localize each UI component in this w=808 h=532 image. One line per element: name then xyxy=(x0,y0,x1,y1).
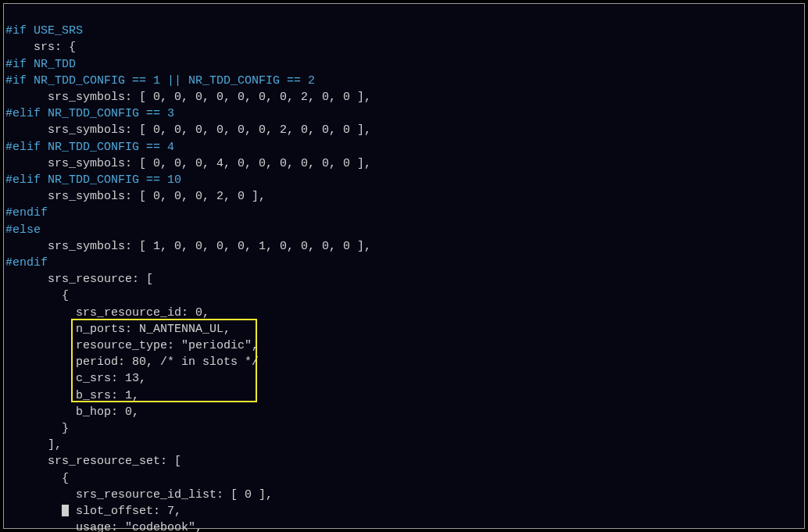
code-text: NR_TDD_CONFIG == 4 xyxy=(41,141,174,154)
code-text: srs_symbols: [ 0, 0, 0, 2, 0 ], xyxy=(5,190,266,203)
code-text: n_ports: N_ANTENNA_UL, xyxy=(5,323,231,336)
preprocessor-if: #if xyxy=(5,58,27,71)
code-text: { xyxy=(5,472,69,485)
preprocessor-elif: #elif xyxy=(5,107,41,120)
preprocessor-endif: #endif xyxy=(5,256,48,270)
code-text: USE_SRS xyxy=(27,24,83,37)
code-text xyxy=(5,505,62,518)
code-text: b_hop: 0, xyxy=(5,405,139,419)
code-text: ], xyxy=(5,438,62,452)
code-text: period: 80, /* in slots */ xyxy=(5,355,259,369)
code-text: srs_resource_set: [ xyxy=(5,455,181,468)
preprocessor-elif: #elif xyxy=(5,141,41,154)
code-text: srs_resource_id_list: [ 0 ], xyxy=(5,488,273,502)
code-text: srs_symbols: [ 0, 0, 0, 0, 0, 0, 2, 0, 0… xyxy=(5,123,371,137)
code-text: srs_resource: [ xyxy=(5,273,153,286)
code-text: c_srs: 13, xyxy=(5,372,146,385)
code-text: NR_TDD_CONFIG == 1 || NR_TDD_CONFIG == 2 xyxy=(27,74,315,87)
preprocessor-endif: #endif xyxy=(5,206,48,220)
code-text: srs_resource_id: 0, xyxy=(5,306,209,320)
code-text: resource_type: "periodic", xyxy=(5,339,259,352)
code-text: srs_symbols: [ 1, 0, 0, 0, 0, 1, 0, 0, 0… xyxy=(5,240,371,253)
code-text: NR_TDD_CONFIG == 3 xyxy=(41,107,174,120)
code-text: NR_TDD_CONFIG == 10 xyxy=(41,173,181,187)
code-text: { xyxy=(5,289,69,302)
preprocessor-if: #if xyxy=(5,74,27,87)
code-text: NR_TDD xyxy=(27,58,76,71)
code-editor[interactable]: #if USE_SRS srs: { #if NR_TDD #if NR_TDD… xyxy=(3,3,805,529)
code-text: srs: { xyxy=(5,41,76,54)
preprocessor-else: #else xyxy=(5,223,41,237)
code-text: srs_symbols: [ 0, 0, 0, 0, 0, 0, 0, 2, 0… xyxy=(5,91,371,104)
code-text: usage: "codebook", xyxy=(5,521,202,532)
code-text: slot_offset: 7, xyxy=(69,505,181,518)
code-text: srs_symbols: [ 0, 0, 0, 4, 0, 0, 0, 0, 0… xyxy=(5,157,371,170)
code-text: } xyxy=(5,422,69,435)
code-text: b_srs: 1, xyxy=(5,389,139,402)
preprocessor-if: #if xyxy=(5,24,27,37)
preprocessor-elif: #elif xyxy=(5,173,41,187)
text-cursor xyxy=(62,505,69,516)
